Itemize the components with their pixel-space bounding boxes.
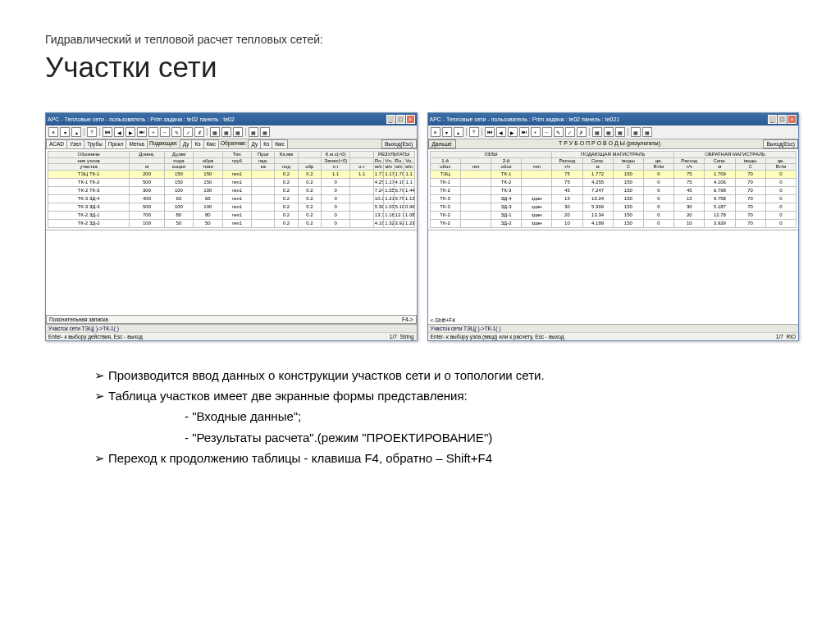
table-row[interactable]: ТЭЦ ТК-1200150150теп10.20.21.11.11.7721.… — [48, 170, 415, 178]
page-title: Участки сети — [45, 51, 799, 84]
cancel-icon[interactable]: ✗ — [194, 127, 204, 137]
table-row[interactable]: ТК-2ЗД-1здан2013.3415002012.78700 — [430, 211, 797, 219]
titlebar[interactable]: АРС - Тепловые сети - пользователь : Pri… — [46, 113, 417, 125]
minimize-icon[interactable]: _ — [768, 115, 777, 124]
status-bar: Enter- к выбору действия, Esc - выход 1/… — [46, 333, 417, 340]
exit-button[interactable]: Выход(Esc) — [763, 139, 798, 148]
tab-p-du[interactable]: Ду — [180, 139, 193, 148]
first-icon[interactable]: ⏮ — [103, 127, 112, 137]
path-bar: Участок сети ТЭЦ( )->ТК-1( ) — [428, 325, 799, 333]
del-icon[interactable]: − — [542, 127, 552, 137]
empty-area: Пояснительная записка F4-> — [46, 230, 417, 325]
tab-p-ke[interactable]: Кэ — [191, 139, 203, 148]
last-icon[interactable]: ⏭ — [137, 127, 147, 137]
tool-g1[interactable]: ▦ — [592, 127, 602, 137]
tool-g1[interactable]: ▦ — [210, 127, 220, 137]
table-row[interactable]: ТК-3 ЗД-44006565теп10.20.2010.241.219.75… — [48, 194, 415, 203]
help-icon[interactable]: ? — [87, 127, 97, 137]
tool-g2[interactable]: ▦ — [604, 127, 614, 137]
tab-bar: ACAD Узел Трубы Прокл Метка Подающая: Ду… — [46, 139, 417, 149]
table-row[interactable]: ТК-3 ЗД-3500100100теп10.20.205.3691.035.… — [48, 203, 415, 211]
window-title: АРС - Тепловые сети - пользователь : Pri… — [430, 116, 620, 122]
shift-f4-hint: <-Shift+F4 — [431, 317, 455, 323]
f4-hint: F4-> — [402, 317, 413, 322]
font-inc-icon[interactable]: ▴ — [71, 127, 81, 137]
last-icon[interactable]: ⏭ — [519, 127, 529, 137]
toolbar: a ▾ ▴ ? ⏮ ◀ ▶ ⏭ + − ✎ ✓ ✗ ▦ ▦ ▦ ▦ — [46, 125, 417, 139]
titlebar[interactable]: АРС - Тепловые сети - пользователь : Pri… — [428, 113, 799, 125]
table-row[interactable]: ТК-2 ЗД-21005050теп10.20.204.1891.323.92… — [48, 219, 415, 227]
help-icon[interactable]: ? — [469, 127, 479, 137]
confirm-icon[interactable]: ✓ — [565, 127, 575, 137]
table-row[interactable]: ТК-2 ЗД-17008080теп10.20.2013.341.1612.7… — [48, 211, 415, 219]
tab-o-kms[interactable]: Кмс — [272, 139, 288, 148]
table-row[interactable]: ТК-1 ТК-2500150150теп10.20.204.2551.174.… — [48, 178, 415, 186]
next-icon[interactable]: ▶ — [126, 127, 135, 137]
empty-area: <-Shift+F4 — [428, 230, 799, 325]
next-icon[interactable]: ▶ — [508, 127, 518, 137]
prev-icon[interactable]: ◀ — [496, 127, 506, 137]
pre-title: Гидравлический и тепловой расчет тепловы… — [45, 33, 799, 46]
toolbar: a ▾ ▴ ? ⏮ ◀ ▶ ⏭ + − ✎ ✓ ✗ ▦ ▦ ▦ ▦ — [428, 125, 799, 139]
results-grid[interactable]: УЗЛЫПОДАЮЩАЯ МАГИСТРАЛЬОБРАТНАЯ МАГИСТРА… — [430, 151, 797, 228]
table-row[interactable]: ТК-2ТК-3457.2471500456.798700 — [430, 186, 797, 194]
tool-r2[interactable]: ▦ — [260, 127, 270, 137]
tab-prokl[interactable]: Прокл — [105, 139, 127, 148]
first-icon[interactable]: ⏮ — [485, 127, 495, 137]
tool-a[interactable]: a — [48, 127, 58, 137]
panel-title: Т Р У Б О П Р О В О Д Ы (результаты) — [456, 139, 764, 148]
tool-g2[interactable]: ▦ — [221, 127, 231, 137]
path-bar: Участок сети ТЭЦ( )->ТК-1( ) — [46, 325, 417, 333]
tab-node[interactable]: Узел — [66, 139, 84, 148]
close-icon[interactable]: × — [788, 115, 797, 124]
edit-icon[interactable]: ✎ — [171, 127, 181, 137]
add-icon[interactable]: + — [148, 127, 158, 137]
tool-g3[interactable]: ▦ — [233, 127, 243, 137]
prev-icon[interactable]: ◀ — [114, 127, 124, 137]
tool-a[interactable]: a — [431, 127, 441, 137]
next-button[interactable]: Дальше — [428, 139, 456, 148]
tab-pipes[interactable]: Трубы — [84, 139, 106, 148]
tab-p-kms[interactable]: Кмс — [203, 139, 220, 148]
del-icon[interactable]: − — [160, 127, 170, 137]
group-supply: Подающая: — [147, 139, 180, 148]
notes-label[interactable]: Пояснительная записка — [49, 317, 108, 322]
minimize-icon[interactable]: _ — [386, 115, 395, 124]
tool-r1[interactable]: ▦ — [249, 127, 258, 137]
description-text: ➢Производится ввод данных о конструкции … — [94, 366, 799, 467]
table-row[interactable]: ТК-2ЗД-2здан104.1891500103.929700 — [430, 219, 797, 227]
font-inc-icon[interactable]: ▴ — [454, 127, 463, 137]
tool-r1[interactable]: ▦ — [631, 127, 641, 137]
table-row[interactable]: ТЭЦТК-1751.7721500751.709700 — [430, 170, 797, 178]
table-row[interactable]: ТК-2 ТК-3300100100теп10.20.207.2471.556.… — [48, 186, 415, 194]
tool-r2[interactable]: ▦ — [642, 127, 652, 137]
window-title: АРС - Тепловые сети - пользователь : Pri… — [48, 116, 235, 122]
data-grid[interactable]: ОбозначеДлина,Ду,ммТипПрокКэ,ммК.м.с(>0)… — [48, 151, 415, 228]
group-return: Обратная: — [218, 139, 249, 148]
status-bar: Enter- к выбору узла (ввод) или к расчет… — [428, 333, 799, 340]
exit-button[interactable]: Выход(Esc) — [381, 139, 417, 148]
tab-acad[interactable]: ACAD — [46, 139, 67, 148]
table-row[interactable]: ТК-3ЗД-4здан1510.241500159.758700 — [430, 194, 797, 203]
tab-o-du[interactable]: Ду — [248, 139, 261, 148]
screenshot-window-left: АРС - Тепловые сети - пользователь : Pri… — [45, 112, 418, 341]
tab-label[interactable]: Метка — [126, 139, 147, 148]
edit-icon[interactable]: ✎ — [554, 127, 564, 137]
font-dec-icon[interactable]: ▾ — [60, 127, 70, 137]
screenshot-window-right: АРС - Тепловые сети - пользователь : Pri… — [427, 112, 800, 341]
maximize-icon[interactable]: □ — [778, 115, 787, 124]
close-icon[interactable]: × — [406, 115, 415, 124]
add-icon[interactable]: + — [531, 127, 541, 137]
cancel-icon[interactable]: ✗ — [577, 127, 587, 137]
maximize-icon[interactable]: □ — [396, 115, 405, 124]
font-dec-icon[interactable]: ▾ — [442, 127, 452, 137]
confirm-icon[interactable]: ✓ — [183, 127, 193, 137]
tool-g3[interactable]: ▦ — [615, 127, 625, 137]
tab-o-ke[interactable]: Кэ — [260, 139, 272, 148]
table-row[interactable]: ТК-3ЗД-3здан305.3691500305.187700 — [430, 203, 797, 211]
table-row[interactable]: ТК-1ТК-2754.2551500754.106700 — [430, 178, 797, 186]
